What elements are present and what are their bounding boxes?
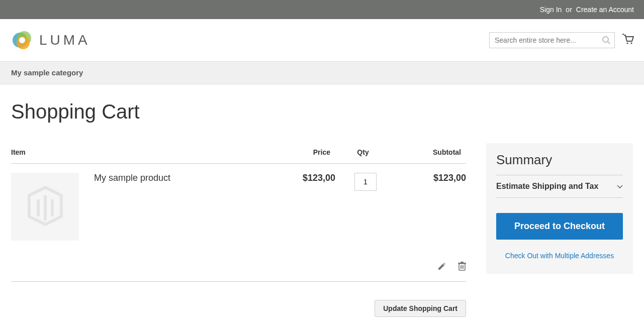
product-name[interactable]: My sample product	[94, 173, 170, 241]
logo-text: LUMA	[39, 32, 90, 48]
edit-item-icon[interactable]	[437, 262, 446, 273]
svg-rect-13	[461, 262, 464, 263]
multiple-addresses-link[interactable]: Check Out with Multiple Addresses	[496, 252, 623, 260]
svg-rect-12	[458, 263, 466, 264]
estimate-label: Estimate Shipping and Tax	[496, 182, 598, 191]
svg-point-6	[626, 42, 628, 44]
delete-item-icon[interactable]	[458, 262, 466, 273]
signin-link[interactable]: Sign In	[540, 6, 562, 14]
col-price: Price	[280, 143, 335, 164]
product-price: $123,00	[280, 164, 335, 250]
search-icon[interactable]	[602, 36, 611, 47]
svg-point-7	[630, 42, 632, 44]
cart-table: Item Price Qty Subtotal	[11, 143, 466, 291]
col-subtotal: Subtotal	[396, 143, 466, 164]
col-item: Item	[11, 143, 280, 164]
cart-row: My sample product $123,00 $123,00	[11, 164, 466, 250]
create-account-link[interactable]: Create an Account	[576, 6, 634, 14]
search-input[interactable]	[489, 32, 615, 48]
qty-input[interactable]	[354, 173, 377, 191]
nav-category-link[interactable]: My sample category	[11, 68, 83, 77]
logo[interactable]: LUMA	[11, 29, 90, 51]
svg-point-4	[603, 37, 608, 42]
estimate-shipping-toggle[interactable]: Estimate Shipping and Tax	[496, 175, 623, 198]
proceed-checkout-button[interactable]: Proceed to Checkout	[496, 213, 623, 240]
header: LUMA	[0, 19, 644, 61]
summary-panel: Summary Estimate Shipping and Tax Procee…	[486, 143, 633, 274]
logo-icon	[11, 29, 33, 51]
col-qty: Qty	[335, 143, 396, 164]
nav-bar: My sample category	[0, 61, 644, 84]
product-image-placeholder[interactable]	[11, 173, 79, 241]
search-box	[489, 32, 615, 48]
cart-icon[interactable]	[622, 34, 634, 47]
svg-point-3	[19, 37, 25, 43]
top-bar: Sign In or Create an Account	[0, 0, 644, 19]
summary-title: Summary	[496, 152, 623, 168]
separator: or	[566, 6, 572, 14]
svg-line-5	[608, 42, 610, 44]
product-subtotal: $123,00	[396, 164, 466, 250]
update-cart-button[interactable]: Update Shopping Cart	[375, 300, 466, 317]
page-title: Shopping Cart	[11, 100, 633, 123]
chevron-down-icon	[617, 182, 623, 191]
